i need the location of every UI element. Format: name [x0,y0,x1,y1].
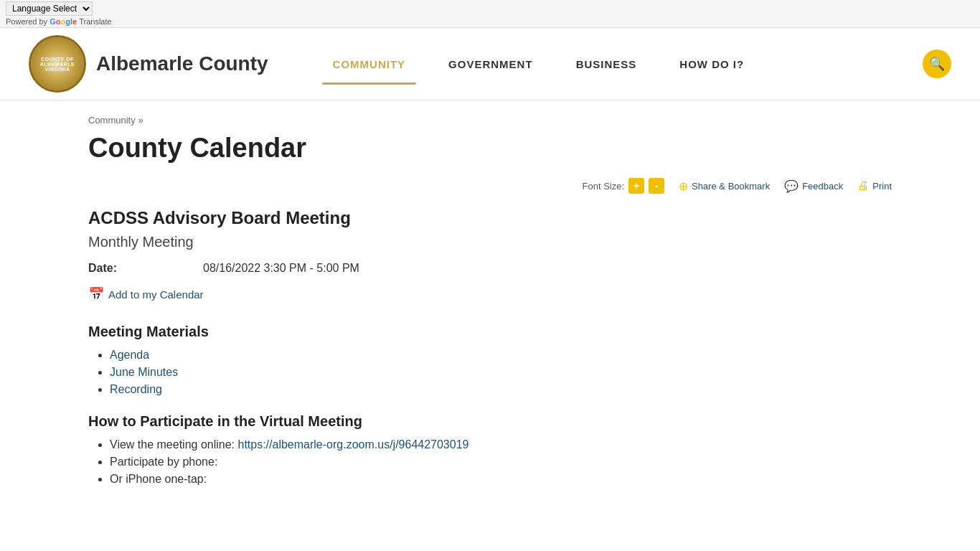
june-minutes-link[interactable]: June Minutes [110,366,178,378]
font-increase-button[interactable]: + [628,178,644,194]
meeting-materials-list: Agenda June Minutes Recording [88,349,892,396]
nav-item-government[interactable]: GOVERNMENT [427,51,555,77]
page-toolbar: Font Size: + - ⊕ Share & Bookmark 💬 Feed… [88,178,892,194]
nav-item-community[interactable]: COMMUNITY [311,51,428,77]
print-icon: 🖨 [857,179,869,192]
virtual-meeting-section: How to Participate in the Virtual Meetin… [88,413,892,486]
participate-text: Participate by phone: [110,456,217,468]
add-to-calendar-link[interactable]: 📅 Add to my Calendar [88,286,892,302]
share-icon: ⊕ [679,179,688,193]
feedback-link[interactable]: 💬 Feedback [784,179,843,193]
font-size-group: Font Size: + - [583,178,665,194]
font-decrease-button[interactable]: - [649,178,664,194]
main-nav: COMMUNITY GOVERNMENT BUSINESS HOW DO I? [311,51,908,77]
event-subtitle: Monthly Meeting [88,234,892,250]
language-bar: Language Select Powered by Google Transl… [0,0,980,28]
google-logo: Google [50,17,79,26]
list-item: Agenda [110,349,892,362]
logo-seal: COUNTY OFALBEMARLEVIRGINIA [31,37,84,90]
list-item: Or iPhone one-tap: [110,473,892,486]
list-item: June Minutes [110,366,892,379]
search-icon: 🔍 [929,56,945,72]
share-bookmark-link[interactable]: ⊕ Share & Bookmark [679,179,770,193]
virtual-meeting-list: View the meeting online: https://albemar… [88,438,892,486]
list-item: Participate by phone: [110,456,892,468]
breadcrumb-community-link[interactable]: Community [88,115,136,126]
powered-by-text: Powered by Google Translate [6,17,974,26]
list-item: Recording [110,383,892,396]
page-title: County Calendar [88,133,892,164]
print-label: Print [872,181,892,192]
share-label: Share & Bookmark [692,181,770,192]
language-select[interactable]: Language Select [6,1,93,16]
add-calendar-label: Add to my Calendar [108,288,204,301]
meeting-materials-section: Meeting Materials Agenda June Minutes Re… [88,324,892,396]
calendar-icon: 📅 [88,286,104,302]
site-logo-link[interactable]: COUNTY OFALBEMARLEVIRGINIA Albemarle Cou… [29,35,268,93]
iphone-tap-text: Or iPhone one-tap: [110,473,207,485]
search-button[interactable]: 🔍 [923,50,951,78]
zoom-link[interactable]: https://albemarle-org.zoom.us/j/96442703… [237,438,468,451]
virtual-meeting-title: How to Participate in the Virtual Meetin… [88,413,892,430]
event-info: ACDSS Advisory Board Meeting Monthly Mee… [88,208,892,302]
font-size-label: Font Size: [583,181,625,192]
site-title: Albemarle County [96,52,268,75]
feedback-label: Feedback [802,181,843,192]
site-header: COUNTY OFALBEMARLEVIRGINIA Albemarle Cou… [0,28,980,100]
date-label: Date: [88,262,203,275]
nav-item-how-do-i[interactable]: HOW DO I? [658,51,765,77]
breadcrumb: Community » [88,115,892,126]
recording-link[interactable]: Recording [110,383,162,395]
event-title: ACDSS Advisory Board Meeting [88,208,892,228]
feedback-icon: 💬 [784,179,798,193]
list-item: View the meeting online: https://albemar… [110,438,892,451]
view-meeting-text: View the meeting online: [110,438,237,451]
logo-circle: COUNTY OFALBEMARLEVIRGINIA [29,35,86,93]
print-link[interactable]: 🖨 Print [857,179,892,192]
event-date-row: Date: 08/16/2022 3:30 PM - 5:00 PM [88,262,892,275]
nav-item-business[interactable]: BUSINESS [555,51,659,77]
seal-text: COUNTY OFALBEMARLEVIRGINIA [40,57,75,72]
content-area: Community » County Calendar Font Size: +… [60,100,920,532]
agenda-link[interactable]: Agenda [110,349,149,361]
date-value: 08/16/2022 3:30 PM - 5:00 PM [203,262,359,275]
meeting-materials-title: Meeting Materials [88,324,892,340]
